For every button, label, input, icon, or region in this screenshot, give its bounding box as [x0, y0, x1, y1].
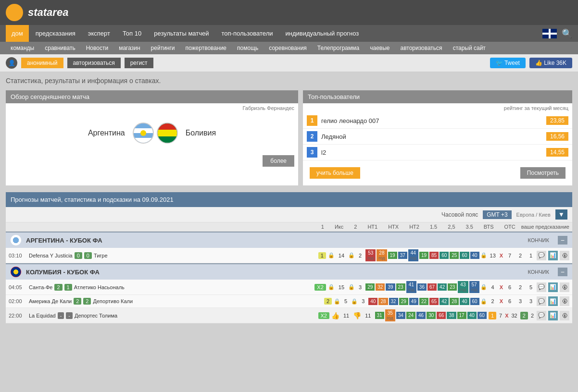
user-score-1: 23,85	[546, 116, 568, 125]
collapse-argentina-button[interactable]: −	[558, 236, 567, 245]
score1-america: 2	[74, 298, 81, 305]
num-cols-america: 2 X 6 3 3	[489, 298, 535, 304]
nav-compare[interactable]: сравнивать	[40, 42, 80, 54]
view-button[interactable]: Посмотреть	[520, 167, 565, 179]
teams-defensa: Defensa Y Justicia 0 0 Тигре	[29, 252, 316, 259]
col-header-bts: ВТS	[484, 224, 494, 230]
collapse-colombia-button[interactable]: −	[558, 268, 567, 276]
chat-icon-equidad[interactable]: 💬	[537, 311, 546, 320]
thumbup-icon-equidad: 👍	[331, 312, 339, 319]
nav-predictions[interactable]: предсказания	[30, 25, 81, 42]
nav-results[interactable]: результаты матчей	[148, 25, 214, 42]
match-row-defensa: 03:10 Defensa Y Justicia 0 0 Тигре 1 🔒 1…	[6, 248, 572, 263]
tweet-button[interactable]: 🐦 Tweet	[490, 58, 526, 68]
team1-equidad: La Equidad	[29, 313, 56, 318]
language-flag-icon[interactable]	[542, 29, 557, 38]
sub-nav: команды сравнивать Новости магазин рейти…	[0, 42, 578, 54]
col-header-pred: ваше предсказание	[521, 224, 569, 230]
stat-60c: 60	[470, 298, 479, 305]
stat-39: 39	[386, 283, 395, 291]
nav-donate[interactable]: пожертвование	[181, 42, 231, 54]
timezone-dropdown-button[interactable]: ▼	[555, 209, 567, 220]
register-button[interactable]: регист	[125, 58, 153, 68]
stat-65: 65	[429, 298, 439, 305]
match-row-santafe: 04:05 Санта-Фе 2 1 Атлетико Насьональ Х2…	[6, 280, 572, 295]
nav-ratings[interactable]: рейтинги	[146, 42, 180, 54]
col-header-2: 2	[354, 224, 357, 230]
match-author: Габриэль Фернандес	[6, 103, 298, 113]
user-score-2: 16,56	[546, 132, 568, 141]
chart-icon-santafe[interactable]: 📊	[548, 282, 558, 292]
num4-santafe: 5	[527, 284, 535, 290]
team2-santafe: Атлетико Насьональ	[74, 284, 125, 290]
nav-home[interactable]: дом	[6, 25, 29, 42]
col-header-1: 1	[321, 224, 324, 230]
chat-icon-defensa[interactable]: 💬	[537, 251, 546, 260]
nav-individual[interactable]: индивидуальный прогноз	[279, 25, 364, 42]
stats2-santafe: 3	[357, 284, 364, 290]
top-users-title: Топ-пользователи	[303, 90, 572, 103]
num3-america: 3	[516, 298, 524, 304]
stat-41: 41год	[406, 281, 416, 293]
match-overview-panel: Обзор сегодняшнего матча Габриэль Фернан…	[6, 90, 298, 185]
anonymous-button[interactable]: анонимный	[21, 58, 63, 68]
nav-top-users[interactable]: топ-пользователи	[216, 25, 279, 42]
logo-icon	[6, 4, 23, 21]
info-icon-equidad[interactable]: 🛈	[560, 311, 569, 320]
top-section: Обзор сегодняшнего матча Габриэль Фернан…	[6, 90, 572, 185]
main-nav: дом предсказания эксперт Топ 10 результа…	[0, 25, 578, 42]
stat-23b: 23	[448, 283, 457, 291]
search-icon[interactable]: 🔍	[562, 28, 572, 39]
stat-boxes-equidad: 31 35год 34 24 46 30 66 38 17 40 60	[375, 309, 487, 321]
learn-more-button[interactable]: учить больше	[310, 167, 360, 179]
stats-count-defensa: 14	[337, 253, 346, 258]
nav-tips[interactable]: чаевые	[365, 42, 394, 54]
svg-point-4	[140, 130, 146, 136]
login-button[interactable]: авторизоваться	[67, 58, 121, 68]
nav-tv[interactable]: Телепрограмма	[313, 42, 364, 54]
league-header-colombia: КОЛУМБИЯ - КУБОК ФА КОНЧИК −	[6, 263, 572, 280]
stat-42b: 42	[440, 298, 449, 305]
timezone-sub: Европа / Киев	[516, 212, 551, 218]
chart-icon-america[interactable]: 📊	[548, 296, 558, 306]
nav-competitions[interactable]: соревнования	[264, 42, 312, 54]
nav-teams[interactable]: команды	[6, 42, 39, 54]
stat-35: 35год	[385, 309, 395, 321]
stat-32: 32	[376, 283, 385, 291]
chat-icon-america[interactable]: 💬	[537, 296, 546, 306]
timezone-row: Часовой пояс GMT +3 Европа / Киев ▼	[6, 207, 572, 222]
user-name-2: Ледяной	[321, 133, 546, 140]
num3-equidad: 32	[511, 313, 518, 318]
nav-news[interactable]: Новости	[81, 42, 113, 54]
nav-help[interactable]: помощь	[232, 42, 263, 54]
nav-old-site[interactable]: старый сайт	[448, 42, 490, 54]
chat-icon-santafe[interactable]: 💬	[537, 282, 546, 292]
num2-equidad: 7	[498, 313, 503, 318]
predictions-title: Прогнозы матчей, статистика и подсказки …	[6, 192, 572, 207]
teams-america: Америка Де Кали 2 2 Депортиво Кали	[29, 298, 322, 305]
team2-equidad: Депортес Толима	[75, 313, 117, 318]
nav-expert[interactable]: эксперт	[82, 25, 116, 42]
stat-36: 36	[417, 283, 427, 291]
stat-46: 46	[416, 312, 426, 319]
info-icon-defensa[interactable]: 🛈	[560, 251, 569, 260]
chart-icon-defensa[interactable]: 📊	[548, 251, 558, 260]
pred-defensa: 1	[318, 252, 326, 259]
top-user-row-3: 3 l2 14,55	[303, 145, 572, 160]
score2-america: 2	[83, 298, 91, 305]
stats2-defensa: 2	[357, 253, 364, 258]
like-button[interactable]: 👍 Like 36K	[529, 58, 572, 68]
num3-santafe: 2	[516, 284, 524, 290]
info-icon-santafe[interactable]: 🛈	[560, 282, 569, 292]
nav-login[interactable]: авторизоваться	[395, 42, 447, 54]
info-icon-america[interactable]: 🛈	[560, 296, 569, 306]
num1-america: 2	[489, 298, 497, 304]
team2-defensa: Тигре	[94, 253, 108, 258]
more-button[interactable]: более	[263, 155, 294, 167]
timezone-value: GMT +3	[483, 210, 511, 219]
nav-top10[interactable]: Топ 10	[117, 25, 147, 42]
score1-defensa: 0	[75, 252, 82, 259]
stat-34: 34	[396, 312, 405, 319]
chart-icon-equidad[interactable]: 📊	[548, 311, 558, 320]
nav-shop[interactable]: магазин	[114, 42, 145, 54]
